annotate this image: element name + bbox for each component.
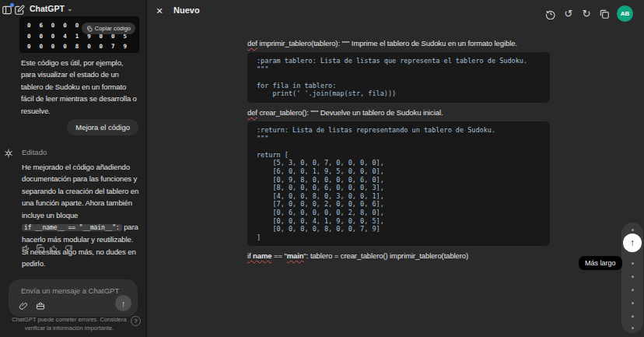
close-canvas-button[interactable]: ✕ <box>154 5 165 16</box>
def-keyword: def <box>247 39 257 47</box>
send-arrow-icon: ↑ <box>121 299 126 308</box>
code-line: [4, 0, 0, 8, 0, 3, 0, 0, 1], <box>257 192 541 201</box>
doc-line-1: def imprimir_tablero(tablero): """ Impri… <box>247 39 550 47</box>
main-token: main <box>287 251 304 260</box>
canvas-panel: ✕ Nuevo ↺ ↻ AB def imprimir_tablero(tabl… <box>147 0 644 337</box>
def-keyword: def <box>247 108 257 117</box>
code-line: [5, 3, 0, 0, 7, 0, 0, 0, 0], <box>257 159 541 167</box>
slider-dot <box>632 229 634 231</box>
code-line: print(' '.join(map(str, fila))) <box>257 90 541 98</box>
send-button[interactable]: ↑ <box>115 295 131 311</box>
doc-line-2: def crear_tablero(): """ Devuelve un tab… <box>247 108 550 117</box>
copy-document-icon[interactable] <box>599 9 610 19</box>
redo-icon[interactable]: ↻ <box>581 9 592 19</box>
slider-dot <box>632 289 634 291</box>
slider-dot <box>632 327 634 329</box>
assistant-paragraph: Este código es útil, por ejemplo, para v… <box>21 57 138 117</box>
read-aloud-icon[interactable] <box>21 244 31 254</box>
code-line <box>257 73 541 82</box>
chat-sidebar: ChatGPT ⌄ 0 6 0 0 0 0 2 8 00 0 0 4 1 9 0… <box>0 0 146 337</box>
code-block-crear: :return: Lista de listas representando u… <box>247 121 550 246</box>
code-line: return [ <box>257 151 541 160</box>
message-actions <box>21 244 73 254</box>
code-line: [0, 0, 0, 4, 1, 9, 0, 0, 5], <box>257 217 541 226</box>
response-text-before: He mejorado el código añadiendo document… <box>22 163 138 219</box>
chevron-down-icon: ⌄ <box>67 5 73 12</box>
composer-placeholder: Envía un mensaje a ChatGPT <box>21 286 119 295</box>
new-chat-icon[interactable] <box>14 5 25 16</box>
arrow-up-icon: ↑ <box>630 237 635 248</box>
code-line: [7, 0, 0, 0, 2, 0, 0, 0, 6], <box>257 200 541 209</box>
slider-dot <box>632 302 634 304</box>
code-line: """ <box>257 135 541 143</box>
edited-status: Editado <box>22 148 47 156</box>
code-line: for fila in tablero: <box>257 82 541 90</box>
thumbs-down-icon[interactable] <box>63 244 73 254</box>
model-selector[interactable]: ChatGPT ⌄ <box>30 4 72 13</box>
equals-token: == " <box>272 251 287 260</box>
code-line: [0, 9, 8, 0, 0, 0, 0, 6, 0], <box>257 176 541 184</box>
document-editor[interactable]: def imprimir_tablero(tablero): """ Impri… <box>247 39 550 260</box>
copy-message-icon[interactable] <box>35 244 45 254</box>
avatar[interactable]: AB <box>617 5 633 22</box>
message-composer[interactable]: Envía un mensaje a ChatGPT ↑ <box>9 279 138 317</box>
slider-handle[interactable]: ↑ <box>623 233 642 252</box>
chat-code-block: 0 6 0 0 0 0 2 8 00 0 0 4 1 9 0 0 50 0 0 … <box>19 16 139 53</box>
code-line: [0, 0, 0, 0, 8, 0, 0, 7, 9] <box>257 225 541 233</box>
model-name: ChatGPT <box>30 4 65 13</box>
code-line <box>257 142 541 151</box>
code-line: [6, 0, 0, 1, 9, 5, 0, 0, 0], <box>257 167 541 176</box>
canvas-title: Nuevo <box>173 5 200 15</box>
canvas-toolbar: ↺ ↻ AB <box>545 5 633 22</box>
copy-code-button[interactable]: Copiar código <box>82 23 135 34</box>
copy-icon <box>86 26 93 32</box>
copy-code-label: Copiar código <box>95 25 131 32</box>
doc-line-2-text: crear_tablero(): """ Devuelve un tablero… <box>257 108 443 117</box>
code-line: :param tablero: Lista de listas que repr… <box>257 57 541 65</box>
undo-icon[interactable]: ↺ <box>563 9 574 19</box>
slider-dot <box>632 276 634 278</box>
tooltip-arrow <box>616 260 620 266</box>
sidebar-toggle-icon[interactable] <box>2 5 12 16</box>
tools-icon[interactable] <box>36 301 45 311</box>
code-block-imprimir: :param tablero: Lista de listas que repr… <box>247 52 550 103</box>
inline-code-chip: if __name__ == "__main__": <box>22 224 122 231</box>
attach-icon[interactable] <box>19 301 28 311</box>
length-slider[interactable]: ↑ <box>621 223 643 333</box>
openai-logo-icon <box>3 148 14 159</box>
slider-dot <box>632 315 634 318</box>
thumbs-up-icon[interactable] <box>49 244 59 254</box>
name-token: name <box>253 251 271 260</box>
disclaimer-text: ChatGPT puede cometer errores. Considera… <box>7 315 131 332</box>
code-line: 0 0 0 0 8 0 0 7 9 <box>27 41 129 52</box>
code-line: """ <box>257 65 541 74</box>
user-message-bubble: Mejora el código <box>67 119 138 135</box>
slider-dot <box>632 262 634 265</box>
version-history-icon[interactable] <box>545 9 556 19</box>
doc-line-3-text: ": tablero = crear_tablero() imprimir_ta… <box>304 251 469 260</box>
code-line: :return: Lista de listas representando u… <box>257 126 541 135</box>
code-line: ] <box>257 233 541 242</box>
help-button[interactable]: ? <box>131 316 141 326</box>
doc-line-1-text: imprimir_tablero(tablero): """ Imprime e… <box>257 39 517 47</box>
code-line: [8, 0, 0, 0, 6, 0, 0, 0, 3], <box>257 184 541 192</box>
doc-line-3: if name == "main": tablero = crear_table… <box>247 251 550 260</box>
code-line: [0, 6, 0, 0, 0, 0, 2, 8, 0], <box>257 209 541 217</box>
